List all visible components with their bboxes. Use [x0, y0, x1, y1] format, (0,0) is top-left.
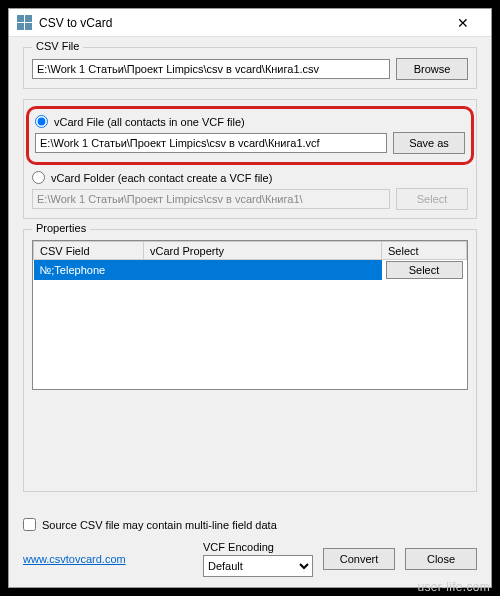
titlebar: CSV to vCard ✕	[9, 9, 491, 37]
header-vcard: vCard Property	[144, 242, 382, 260]
properties-table: CSV Field vCard Property Select №;Teleph…	[32, 240, 468, 390]
save-as-button[interactable]: Save as	[393, 132, 465, 154]
watermark-text: user-life.com	[417, 580, 490, 594]
cell-vcard-property	[144, 260, 382, 280]
encoding-label: VCF Encoding	[203, 541, 313, 553]
vcard-folder-path-input	[32, 189, 390, 209]
vcard-file-label: vCard File (all contacts in one VCF file…	[54, 116, 245, 128]
highlight-annotation: vCard File (all contacts in one VCF file…	[26, 106, 474, 165]
encoding-select[interactable]: Default	[203, 555, 313, 577]
row-select-button[interactable]: Select	[386, 261, 463, 279]
footer-area: Source CSV file may contain multi-line f…	[23, 502, 477, 577]
close-icon[interactable]: ✕	[443, 11, 483, 35]
table-row[interactable]: №;Telephone Select	[34, 260, 467, 280]
header-csv: CSV Field	[34, 242, 144, 260]
multiline-checkbox[interactable]	[23, 518, 36, 531]
close-button[interactable]: Close	[405, 548, 477, 570]
cell-csv-field: №;Telephone	[34, 260, 144, 280]
convert-button[interactable]: Convert	[323, 548, 395, 570]
app-icon	[17, 15, 33, 31]
window: CSV to vCard ✕ CSV File Browse vCard Fil…	[8, 8, 492, 588]
browse-button[interactable]: Browse	[396, 58, 468, 80]
csv-group-label: CSV File	[32, 40, 83, 52]
vcard-folder-label: vCard Folder (each contact create a VCF …	[51, 172, 272, 184]
content-area: CSV File Browse vCard File (all contacts…	[9, 37, 491, 587]
properties-group: Properties CSV Field vCard Property Sele…	[23, 229, 477, 492]
website-link[interactable]: www.csvtovcard.com	[23, 553, 126, 565]
properties-label: Properties	[32, 222, 90, 234]
output-group: vCard File (all contacts in one VCF file…	[23, 99, 477, 219]
header-select: Select	[382, 242, 467, 260]
window-title: CSV to vCard	[39, 16, 443, 30]
vcard-file-path-input[interactable]	[35, 133, 387, 153]
vcard-folder-radio[interactable]	[32, 171, 45, 184]
table-header-row: CSV Field vCard Property Select	[34, 242, 467, 260]
select-folder-button: Select	[396, 188, 468, 210]
csv-file-group: CSV File Browse	[23, 47, 477, 89]
vcard-file-radio[interactable]	[35, 115, 48, 128]
csv-path-input[interactable]	[32, 59, 390, 79]
multiline-label: Source CSV file may contain multi-line f…	[42, 519, 277, 531]
